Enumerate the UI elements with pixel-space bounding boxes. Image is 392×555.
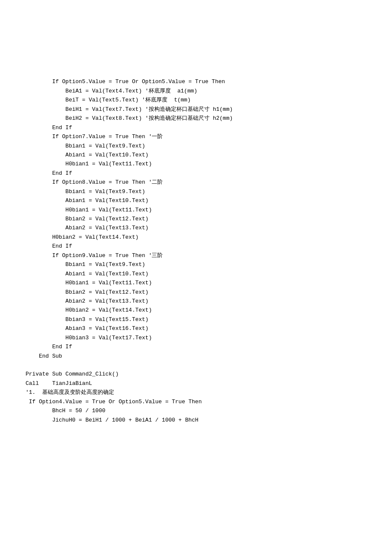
code-line: Abian2 = Val(Text13.Text): [26, 297, 366, 306]
code-line: BeiA1 = Val(Text4.Text) '杯底厚度 a1(mm): [26, 87, 366, 95]
code-line: Bbian1 = Val(Text9.Text): [26, 142, 366, 150]
code-line: Bbian1 = Val(Text9.Text): [26, 260, 366, 269]
code-line: End If: [26, 342, 366, 351]
code-line: H0bian2 = Val(Text14.Text): [26, 306, 366, 315]
code-line: BeiH2 = Val(Text8.Text) '按构造确定杯口基础尺寸 h2(…: [26, 114, 366, 123]
code-line: If Option5.Value = True Or Option5.Value…: [26, 77, 366, 86]
code-line: Abian3 = Val(Text16.Text): [26, 324, 366, 333]
code-line: End Sub: [26, 352, 366, 361]
code-line: End If: [26, 242, 366, 251]
code-line: If Option9.Value = True Then '三阶: [26, 251, 366, 260]
code-line: If Option4.Value = True Or Option5.Value…: [26, 397, 366, 406]
code-line: H0bian1 = Val(Text11.Text): [26, 159, 366, 168]
code-line: Private Sub Command2_Click(): [26, 370, 366, 379]
code-line: If Option7.Value = True Then '一阶: [26, 132, 366, 141]
code-line: Call TianJiaBianL: [26, 379, 366, 388]
code-line: End If: [26, 169, 366, 178]
code-line: Abian1 = Val(Text10.Text): [26, 150, 366, 159]
code-editor: If Option5.Value = True Or Option5.Value…: [26, 68, 366, 425]
code-line: Bbian1 = Val(Text9.Text): [26, 187, 366, 196]
code-line: BeiH1 = Val(Text7.Text) '按构造确定杯口基础尺寸 h1(…: [26, 105, 366, 114]
code-line: BhcH = 50 / 1000: [26, 406, 366, 415]
code-line: Abian1 = Val(Text10.Text): [26, 269, 366, 278]
code-line: End If: [26, 123, 366, 132]
code-line: Bbian2 = Val(Text12.Text): [26, 288, 366, 297]
code-line: Bbian3 = Val(Text15.Text): [26, 315, 366, 324]
code-line: H0bian1 = Val(Text11.Text): [26, 205, 366, 214]
code-line: Bbian2 = Val(Text12.Text): [26, 214, 366, 223]
code-line: BeiT = Val(Text5.Text) '杯底厚度 t(mm): [26, 95, 366, 104]
code-line: JichuH0 = BeiH1 / 1000 + BeiA1 / 1000 + …: [26, 416, 366, 425]
code-line: H0bian2 = Val(Text14.Text): [26, 233, 366, 242]
code-line: '1. 基础高度及变阶处高度的确定: [26, 388, 366, 397]
code-line: H0bian1 = Val(Text11.Text): [26, 278, 366, 287]
code-line: H0bian3 = Val(Text17.Text): [26, 333, 366, 342]
code-line: [26, 361, 366, 370]
code-line: Abian2 = Val(Text13.Text): [26, 223, 366, 232]
code-line: If Option8.Value = True Then '二阶: [26, 178, 366, 187]
code-line: Abian1 = Val(Text10.Text): [26, 196, 366, 205]
